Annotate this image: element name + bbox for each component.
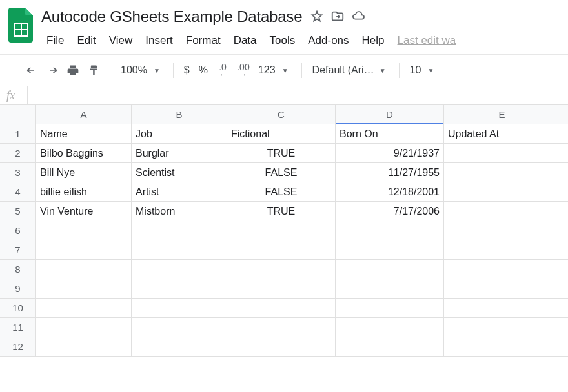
select-all-corner[interactable]: [0, 105, 36, 124]
cell[interactable]: [227, 279, 336, 299]
cell[interactable]: Updated At: [444, 124, 560, 144]
cell[interactable]: [132, 279, 227, 299]
print-button[interactable]: [63, 61, 83, 80]
cell[interactable]: [36, 337, 132, 357]
cell[interactable]: Born On: [336, 124, 444, 144]
menu-addons[interactable]: Add-ons: [301, 32, 355, 50]
cell[interactable]: [36, 318, 132, 337]
cell[interactable]: [336, 299, 444, 318]
cell[interactable]: [132, 240, 227, 260]
cell[interactable]: [336, 337, 444, 357]
cell[interactable]: 11/27/1955: [336, 163, 444, 182]
cell[interactable]: [336, 260, 444, 279]
increase-decimal-button[interactable]: .00 →: [234, 61, 253, 80]
cell[interactable]: [444, 337, 560, 357]
more-formats-select[interactable]: 123 ▼: [254, 64, 295, 76]
cell[interactable]: Vin Venture: [36, 202, 132, 221]
cell[interactable]: Bill Nye: [36, 163, 132, 182]
menu-edit[interactable]: Edit: [70, 32, 102, 50]
cell[interactable]: [227, 318, 336, 337]
cell[interactable]: [36, 299, 132, 318]
font-size-select[interactable]: 10 ▼: [406, 64, 442, 76]
row-header-10[interactable]: 10: [0, 299, 36, 318]
menu-file[interactable]: File: [40, 32, 70, 50]
font-family-select[interactable]: Default (Ari… ▼: [309, 64, 392, 76]
cell[interactable]: FALSE: [227, 182, 336, 202]
undo-button[interactable]: [22, 61, 41, 80]
zoom-select[interactable]: 100% ▼: [117, 64, 167, 76]
cell[interactable]: [132, 318, 227, 337]
cell[interactable]: [560, 260, 568, 279]
cell[interactable]: [444, 182, 560, 202]
cell[interactable]: [444, 260, 560, 279]
column-header-A[interactable]: A: [36, 105, 132, 124]
cell[interactable]: [227, 337, 336, 357]
move-to-folder-icon[interactable]: [330, 10, 345, 24]
row-header-11[interactable]: 11: [0, 318, 36, 337]
column-header-overflow[interactable]: [560, 105, 568, 124]
cell[interactable]: [560, 202, 568, 221]
cell[interactable]: [336, 221, 444, 240]
cell[interactable]: [227, 299, 336, 318]
last-edit-link[interactable]: Last edit wa: [391, 32, 463, 50]
cell[interactable]: [336, 279, 444, 299]
cell[interactable]: Name: [36, 124, 132, 144]
row-header-12[interactable]: 12: [0, 337, 36, 357]
row-header-3[interactable]: 3: [0, 163, 36, 182]
cell[interactable]: [444, 221, 560, 240]
menu-insert[interactable]: Insert: [139, 32, 179, 50]
cell[interactable]: 7/17/2006: [336, 202, 444, 221]
row-header-5[interactable]: 5: [0, 202, 36, 221]
column-header-B[interactable]: B: [132, 105, 227, 124]
row-header-8[interactable]: 8: [0, 260, 36, 279]
column-header-D[interactable]: D: [336, 105, 444, 124]
row-header-7[interactable]: 7: [0, 240, 36, 260]
cell[interactable]: [36, 260, 132, 279]
cell[interactable]: [560, 163, 568, 182]
cell[interactable]: [560, 240, 568, 260]
cell[interactable]: FALSE: [227, 163, 336, 182]
row-header-2[interactable]: 2: [0, 144, 36, 163]
cell[interactable]: [444, 202, 560, 221]
menu-format[interactable]: Format: [179, 32, 227, 50]
cell[interactable]: billie eilish: [36, 182, 132, 202]
column-header-C[interactable]: C: [227, 105, 336, 124]
cell[interactable]: Bilbo Baggins: [36, 144, 132, 163]
cell[interactable]: Burglar: [132, 144, 227, 163]
decrease-decimal-button[interactable]: .0 ←: [213, 61, 232, 80]
menu-help[interactable]: Help: [356, 32, 391, 50]
cell[interactable]: [560, 221, 568, 240]
cell[interactable]: [227, 260, 336, 279]
cell[interactable]: [227, 240, 336, 260]
cell[interactable]: TRUE: [227, 202, 336, 221]
cell[interactable]: [132, 299, 227, 318]
cell[interactable]: [336, 240, 444, 260]
cell[interactable]: TRUE: [227, 144, 336, 163]
cell[interactable]: [36, 279, 132, 299]
row-header-6[interactable]: 6: [0, 221, 36, 240]
cell[interactable]: [132, 260, 227, 279]
cell[interactable]: Mistborn: [132, 202, 227, 221]
column-header-E[interactable]: E: [444, 105, 560, 124]
cell[interactable]: [560, 182, 568, 202]
cell[interactable]: [560, 299, 568, 318]
cell[interactable]: [560, 318, 568, 337]
menu-data[interactable]: Data: [227, 32, 263, 50]
cell[interactable]: [227, 221, 336, 240]
cell[interactable]: [444, 279, 560, 299]
cell[interactable]: [444, 144, 560, 163]
cell[interactable]: Fictional: [227, 124, 336, 144]
sheets-app-icon[interactable]: [6, 6, 36, 45]
cell[interactable]: [36, 221, 132, 240]
redo-button[interactable]: [43, 61, 62, 80]
cell[interactable]: [560, 144, 568, 163]
cell[interactable]: [560, 337, 568, 357]
cell[interactable]: [444, 318, 560, 337]
cell[interactable]: [560, 279, 568, 299]
cell[interactable]: [132, 337, 227, 357]
menu-tools[interactable]: Tools: [263, 32, 302, 50]
cell[interactable]: [560, 124, 568, 144]
document-title[interactable]: Autocode GSheets Example Database: [40, 6, 303, 27]
formula-input[interactable]: [33, 86, 568, 104]
cell[interactable]: Artist: [132, 182, 227, 202]
